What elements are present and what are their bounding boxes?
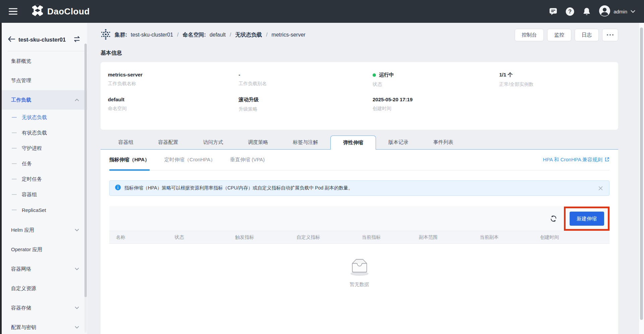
breadcrumb-cluster-value[interactable]: test-sku-cluster01 (131, 32, 173, 38)
avatar (599, 5, 610, 18)
brand-name: DaoCloud (47, 6, 90, 17)
subtab-hpa[interactable]: 指标伸缩（HPA） (109, 150, 150, 170)
scaling-subtabs: 指标伸缩（HPA） 定时伸缩（CronHPA） 垂直伸缩 (VPA) HPA 和… (109, 150, 609, 170)
sidebar-item-replicaset[interactable]: ReplicaSet (2, 202, 87, 218)
basic-info-title: 基本信息 (101, 50, 618, 57)
column-current-replicas: 当前副本 (480, 234, 540, 240)
window-scrollbar-track (639, 23, 644, 334)
create-hpa-button[interactable]: 新建伸缩 (570, 212, 604, 226)
chevron-down-icon (75, 307, 79, 309)
sidebar-item-statefulsets[interactable]: 有状态负载 (2, 125, 87, 141)
chevron-down-icon (75, 268, 79, 270)
username-label: admin (614, 9, 627, 14)
sidebar-item-operator-apps[interactable]: Operator 应用 (2, 240, 87, 259)
column-status: 状态 (175, 234, 235, 240)
daocloud-logo-icon (31, 4, 44, 19)
workload-detail-tabs: 容器组 容器配置 访问方式 调度策略 标签与注解 弹性伸缩 版本记录 事件列表 (101, 134, 618, 150)
column-trigger-metric: 触发指标 (235, 234, 297, 240)
field-namespace: default 命名空间 (108, 97, 239, 112)
ellipsis-icon (607, 34, 608, 36)
help-icon[interactable]: ? (566, 7, 574, 16)
hpa-cronhpa-compat-link[interactable]: HPA 和 CronHPA 兼容规则 (543, 150, 609, 170)
tab-pods[interactable]: 容器组 (106, 134, 146, 150)
chevron-down-icon (75, 229, 79, 231)
sidebar-item-daemonsets[interactable]: 守护进程 (2, 141, 87, 156)
daocloud-logo[interactable]: DaoCloud (31, 4, 90, 19)
cluster-dots-icon (101, 29, 111, 41)
sidebar-item-helm-apps[interactable]: Helm 应用 (2, 220, 87, 240)
field-instances: 1/1 个 正常/全部实例数 (499, 72, 610, 88)
logs-button[interactable]: 日志 (575, 29, 599, 41)
dash-icon (12, 179, 17, 180)
sidebar-item-node-management[interactable]: 节点管理 (2, 71, 87, 90)
tab-access-method[interactable]: 访问方式 (191, 134, 236, 150)
field-workload-name: metrics-server 工作负载名称 (108, 72, 239, 88)
elastic-scaling-panel: 指标伸缩（HPA） 定时伸缩（CronHPA） 垂直伸缩 (VPA) HPA 和… (101, 149, 618, 334)
chevron-up-icon (75, 99, 79, 101)
status-dot (373, 73, 376, 77)
dash-icon (12, 148, 17, 149)
tab-event-list[interactable]: 事件列表 (421, 134, 466, 150)
breadcrumb-namespace-value[interactable]: default (209, 32, 226, 38)
column-current-metric: 当前指标 (362, 234, 419, 240)
breadcrumb-cluster-label: 集群: (115, 32, 127, 39)
cluster-name-label: test-sku-cluster01 (18, 37, 70, 43)
topbar: DaoCloud ? admin (0, 0, 644, 23)
hpa-table-header: 名称 状态 触发指标 自定义指标 当前指标 副本范围 当前副本 创建时间 (109, 231, 609, 244)
subtab-cronhpa[interactable]: 定时伸缩（CronHPA） (165, 150, 215, 170)
notifications-bell-icon[interactable] (582, 7, 591, 16)
column-custom-metric: 自定义指标 (297, 234, 362, 240)
alert-message: 指标伸缩（HPA）策略可以根据资源利用率指标（CPU/内存）或自定义指标自动扩展… (124, 185, 594, 191)
back-arrow-icon[interactable] (8, 36, 15, 44)
monitoring-button[interactable]: 监控 (547, 29, 571, 41)
chat-icon[interactable] (549, 7, 558, 16)
info-icon (115, 184, 121, 192)
hamburger-menu-icon[interactable] (9, 8, 17, 15)
sidebar-item-container-storage[interactable]: 容器存储 (2, 298, 87, 318)
dash-icon (12, 132, 17, 133)
sidebar-scrollbar-thumb[interactable] (84, 44, 87, 297)
user-menu[interactable]: admin (599, 5, 635, 18)
status-badge: 运行中 (379, 72, 394, 78)
chevron-down-icon (75, 326, 79, 329)
dash-icon (12, 163, 17, 164)
tab-scheduling-policy[interactable]: 调度策略 (236, 134, 280, 150)
header-actions: 控制台 监控 日志 (515, 29, 618, 41)
annotation-highlight-box: 新建伸缩 (564, 207, 609, 231)
field-created-at: 2025-05-20 17:19 创建时间 (373, 97, 499, 112)
sidebar-item-cluster-overview[interactable]: 集群概览 (2, 51, 87, 71)
external-link-icon (604, 157, 609, 163)
basic-info-card: metrics-server 工作负载名称 - 工作负载别名 运行中 状态 1/… (101, 62, 618, 130)
tab-labels-annotations[interactable]: 标签与注解 (280, 134, 330, 150)
subtab-vpa[interactable]: 垂直伸缩 (VPA) (230, 150, 265, 170)
tab-elastic-scaling[interactable]: 弹性伸缩 (330, 135, 376, 150)
tab-container-config[interactable]: 容器配置 (146, 134, 191, 150)
column-replica-range: 副本范围 (419, 234, 480, 240)
chevron-down-icon (631, 8, 635, 14)
sidebar-item-workloads[interactable]: 工作负载 (2, 90, 87, 110)
field-upgrade-strategy: 滚动升级 升级策略 (239, 97, 373, 112)
hpa-info-alert: 指标伸缩（HPA）策略可以根据资源利用率指标（CPU/内存）或自定义指标自动扩展… (109, 180, 609, 196)
refresh-icon[interactable] (550, 215, 558, 223)
field-workload-alias: - 工作负载别名 (239, 72, 373, 88)
switch-cluster-icon[interactable] (73, 36, 80, 44)
sidebar-item-custom-resources[interactable]: 自定义资源 (2, 279, 87, 298)
sidebar-item-config-secrets[interactable]: 配置与密钥 (2, 318, 87, 334)
sidebar-item-deployments[interactable]: 无状态负载 (2, 110, 87, 125)
console-button[interactable]: 控制台 (515, 29, 544, 41)
breadcrumb-workload-name: metrics-server (271, 32, 305, 38)
close-icon[interactable] (597, 185, 604, 191)
tab-version-history[interactable]: 版本记录 (376, 134, 421, 150)
empty-state: 暂无数据 (109, 255, 609, 288)
hpa-table-toolbar: 新建伸缩 (109, 206, 609, 231)
column-name: 名称 (116, 234, 175, 240)
more-actions-button[interactable] (602, 29, 618, 41)
empty-state-label: 暂无数据 (350, 281, 369, 288)
sidebar-item-pods[interactable]: 容器组 (2, 187, 87, 202)
window-scrollbar-thumb[interactable] (640, 27, 643, 320)
sidebar-item-cronjobs[interactable]: 定时任务 (2, 171, 87, 187)
sidebar-item-container-network[interactable]: 容器网络 (2, 259, 87, 279)
empty-inbox-icon (345, 255, 374, 279)
sidebar-item-jobs[interactable]: 任务 (2, 156, 87, 171)
breadcrumb-workload-type[interactable]: 无状态负载 (235, 32, 262, 39)
